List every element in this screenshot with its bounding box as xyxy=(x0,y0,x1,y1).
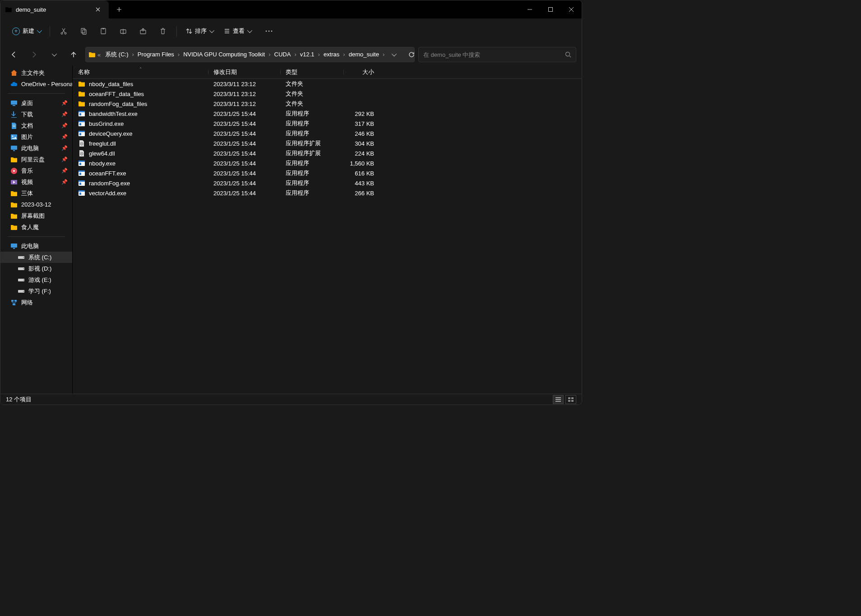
column-size[interactable]: 大小 xyxy=(343,68,380,76)
sidebar-item[interactable]: 系统 (C:) xyxy=(0,252,72,263)
maximize-button[interactable] xyxy=(540,0,561,18)
breadcrumb-overflow[interactable]: « xyxy=(97,51,102,58)
file-row[interactable]: randomFog_data_files2023/3/11 23:12文件夹 xyxy=(73,99,582,109)
sidebar-item[interactable]: 此电脑 xyxy=(0,240,72,252)
close-window-button[interactable] xyxy=(561,0,582,18)
titlebar-drag-area[interactable] xyxy=(129,0,519,18)
sidebar-item[interactable]: 此电脑📌 xyxy=(0,143,72,154)
breadcrumb-segment[interactable]: demo_suite xyxy=(346,50,382,59)
sidebar-item[interactable]: 学习 (F:) xyxy=(0,285,72,297)
delete-button[interactable] xyxy=(154,23,172,39)
address-bar-row: « 系统 (C:)›Program Files›NVIDIA GPU Compu… xyxy=(0,44,582,65)
sidebar-item[interactable]: 阿里云盘📌 xyxy=(0,154,72,165)
chevron-down-icon xyxy=(37,28,42,33)
chevron-down-icon xyxy=(52,51,57,56)
file-size: 1,560 KB xyxy=(343,160,380,167)
svg-rect-15 xyxy=(11,134,17,140)
minimize-button[interactable] xyxy=(519,0,540,18)
view-button[interactable]: 查看 xyxy=(219,23,255,39)
sidebar-item[interactable]: 主文件夹 xyxy=(0,67,72,78)
view-label: 查看 xyxy=(233,27,245,35)
breadcrumb-segment[interactable]: Program Files xyxy=(135,50,177,59)
list-icon xyxy=(224,28,230,34)
breadcrumb-segment[interactable]: extras xyxy=(321,50,342,59)
sidebar-item[interactable]: 游戏 (E:) xyxy=(0,274,72,285)
file-type: 文件夹 xyxy=(280,100,343,108)
file-row[interactable]: nbody.exe2023/1/25 15:44应用程序1,560 KB xyxy=(73,158,582,168)
new-button[interactable]: + 新建 xyxy=(8,23,45,39)
file-row[interactable]: freeglut.dll2023/1/25 15:44应用程序扩展304 KB xyxy=(73,138,582,148)
chevron-right-icon[interactable]: › xyxy=(293,51,297,58)
sidebar-item-label: 游戏 (E:) xyxy=(28,276,51,284)
sidebar-item[interactable]: 网络 xyxy=(0,297,72,308)
sort-indicator-icon: ˄ xyxy=(139,67,142,72)
chevron-right-icon[interactable]: › xyxy=(382,51,385,58)
recent-button[interactable] xyxy=(46,46,62,63)
file-type: 应用程序 xyxy=(280,110,343,118)
sidebar-item[interactable]: 图片📌 xyxy=(0,131,72,143)
back-button[interactable] xyxy=(6,46,22,63)
search-input[interactable] xyxy=(423,51,565,58)
forward-button[interactable] xyxy=(26,46,42,63)
up-button[interactable] xyxy=(65,46,82,63)
file-row[interactable]: randomFog.exe2023/1/25 15:44应用程序443 KB xyxy=(73,178,582,188)
file-row[interactable]: bandwidthTest.exe2023/1/25 15:44应用程序292 … xyxy=(73,109,582,119)
sidebar-item[interactable]: 影视 (D:) xyxy=(0,263,72,274)
file-size: 246 KB xyxy=(343,130,380,137)
file-list[interactable]: nbody_data_files2023/3/11 23:12文件夹oceanF… xyxy=(73,79,582,394)
sidebar-item[interactable]: 屏幕截图 xyxy=(0,210,72,221)
chevron-right-icon[interactable]: › xyxy=(317,51,321,58)
sidebar-item[interactable]: 文档📌 xyxy=(0,120,72,131)
tab-current[interactable]: demo_suite xyxy=(0,0,109,18)
breadcrumb-segment[interactable]: 系统 (C:) xyxy=(102,50,131,59)
svg-rect-39 xyxy=(79,121,85,122)
file-row[interactable]: busGrind.exe2023/1/25 15:44应用程序317 KB xyxy=(73,119,582,129)
column-name[interactable]: 名称 ˄ xyxy=(73,68,208,76)
address-bar[interactable]: « 系统 (C:)›Program Files›NVIDIA GPU Compu… xyxy=(85,47,415,62)
file-row[interactable]: nbody_data_files2023/3/11 23:12文件夹 xyxy=(73,79,582,89)
sidebar-item-label: 图片 xyxy=(21,133,33,141)
sidebar-item[interactable]: 食人魔 xyxy=(0,221,72,233)
share-button[interactable] xyxy=(134,23,152,39)
network-icon xyxy=(10,299,18,306)
sidebar-item[interactable]: 音乐📌 xyxy=(0,165,72,176)
sidebar-item[interactable]: 桌面📌 xyxy=(0,97,72,109)
sidebar-item[interactable]: 下载📌 xyxy=(0,109,72,120)
address-history-button[interactable] xyxy=(386,47,401,62)
file-row[interactable]: glew64.dll2023/1/25 15:44应用程序扩展224 KB xyxy=(73,148,582,158)
file-row[interactable]: vectorAdd.exe2023/1/25 15:44应用程序266 KB xyxy=(73,188,582,198)
status-bar: 12 个项目 xyxy=(0,394,582,405)
column-type[interactable]: 类型 xyxy=(280,68,343,76)
paste-button[interactable] xyxy=(94,23,112,39)
file-row[interactable]: oceanFFT_data_files2023/3/11 23:12文件夹 xyxy=(73,89,582,99)
chevron-right-icon[interactable]: › xyxy=(177,51,181,58)
tab-close-button[interactable] xyxy=(92,3,104,16)
refresh-button[interactable] xyxy=(404,47,415,62)
file-row[interactable]: oceanFFT.exe2023/1/25 15:44应用程序616 KB xyxy=(73,168,582,178)
breadcrumb-segment[interactable]: CUDA xyxy=(272,50,294,59)
file-size: 292 KB xyxy=(343,110,380,117)
rename-button[interactable] xyxy=(114,23,132,39)
copy-button[interactable] xyxy=(74,23,93,39)
sidebar-item[interactable]: 视频📌 xyxy=(0,176,72,188)
file-row[interactable]: deviceQuery.exe2023/1/25 15:44应用程序246 KB xyxy=(73,129,582,138)
breadcrumb-segment[interactable]: NVIDIA GPU Computing Toolkit xyxy=(181,50,268,59)
sidebar-item[interactable]: OneDrive - Personal xyxy=(0,78,72,90)
search-box[interactable] xyxy=(418,47,576,62)
svg-point-45 xyxy=(81,143,82,144)
file-type: 应用程序扩展 xyxy=(280,139,343,147)
sidebar-item[interactable]: 三体 xyxy=(0,188,72,199)
column-date[interactable]: 修改日期 xyxy=(208,68,280,76)
cut-button[interactable] xyxy=(55,23,73,39)
chevron-right-icon[interactable]: › xyxy=(268,51,271,58)
chevron-right-icon[interactable]: › xyxy=(342,51,346,58)
thumbnails-view-button[interactable] xyxy=(565,395,576,404)
breadcrumb-segment[interactable]: v12.1 xyxy=(297,50,317,59)
chevron-right-icon[interactable]: › xyxy=(131,51,135,58)
more-button[interactable] xyxy=(260,23,278,39)
sort-button[interactable]: 排序 xyxy=(181,23,218,39)
sidebar-item[interactable]: 2023-03-12 xyxy=(0,199,72,210)
svg-rect-13 xyxy=(11,101,17,105)
details-view-button[interactable] xyxy=(553,395,564,404)
new-tab-button[interactable] xyxy=(109,0,129,18)
